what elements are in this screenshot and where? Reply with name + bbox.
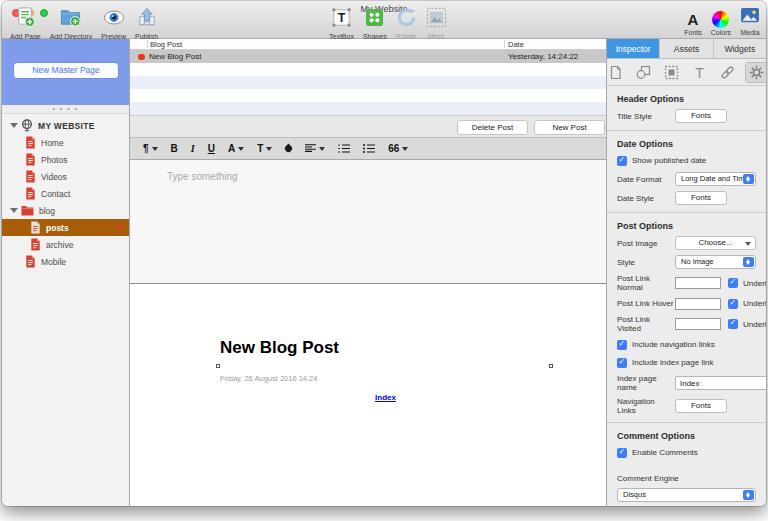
page-icon — [25, 255, 36, 268]
preview-eye-icon — [103, 7, 125, 32]
preview-index-link-wrap: Index — [218, 386, 553, 404]
disclosure-triangle-icon[interactable] — [10, 123, 18, 128]
underline-normal-checkbox[interactable] — [728, 278, 738, 288]
tab-inspector[interactable]: Inspector — [607, 39, 660, 58]
link-inspector-button[interactable] — [717, 63, 738, 82]
show-published-date-checkbox[interactable] — [617, 156, 627, 166]
page-inspector-button[interactable] — [606, 63, 626, 82]
post-link-hover-color-well[interactable] — [675, 298, 721, 310]
section-divider — [607, 212, 766, 213]
post-image-choose-button[interactable]: Choose... — [675, 236, 756, 250]
add-page-icon — [15, 7, 36, 32]
fill-inspector-button[interactable] — [661, 63, 682, 82]
paragraph-style-menu[interactable]: ¶ — [143, 143, 158, 154]
sidebar: New Master Page • • • • MY WEBSITE Home … — [2, 39, 130, 506]
preview-button[interactable]: Preview — [101, 7, 126, 40]
sidebar-item-videos[interactable]: Videos — [2, 168, 129, 185]
preview-post-title[interactable]: New Blog Post — [220, 338, 339, 358]
underline-button[interactable]: U — [208, 143, 215, 154]
font-menu[interactable]: A — [228, 143, 244, 154]
delete-post-button[interactable]: Delete Post — [457, 120, 528, 135]
title-style-fonts-button[interactable]: Fonts — [675, 109, 727, 123]
date-format-select[interactable]: Long Date and Time — [675, 172, 756, 186]
droplet-icon — [284, 144, 294, 154]
sidebar-item-home[interactable]: Home — [2, 134, 129, 151]
underline-visited-checkbox[interactable] — [728, 319, 738, 329]
numbered-list-button[interactable] — [338, 144, 350, 153]
column-divider[interactable] — [147, 40, 148, 48]
text-color-button[interactable] — [285, 145, 292, 152]
colors-button[interactable]: Colors — [711, 11, 731, 36]
section-divider — [607, 422, 766, 423]
disclosure-triangle-icon[interactable] — [10, 208, 18, 213]
publish-icon — [137, 7, 157, 32]
toolbar-left-group: Add Page Add Directory Preview Publish — [10, 7, 158, 40]
media-button[interactable]: Media — [740, 7, 760, 36]
inspector-panel: Inspector Assets Widgets T Header Option… — [606, 39, 766, 506]
editor-placeholder: Type something — [167, 171, 610, 182]
comment-options-title: Comment Options — [617, 431, 756, 441]
enable-comments-checkbox[interactable] — [617, 448, 627, 458]
shapes-button[interactable]: Shapes — [363, 7, 387, 40]
sidebar-item-mobile[interactable]: Mobile — [2, 253, 129, 270]
toolbar-right-group: A Fonts Colors Media — [684, 7, 760, 36]
fonts-label: Fonts — [684, 29, 702, 36]
include-index-page-link-checkbox[interactable] — [617, 358, 627, 368]
column-date[interactable]: Date — [508, 40, 524, 49]
column-divider[interactable] — [504, 40, 505, 48]
text-size-menu[interactable]: T — [257, 143, 272, 154]
link-icon — [720, 65, 735, 80]
post-preview-canvas[interactable]: New Blog Post Friday, 26 August 2016 14:… — [130, 284, 610, 506]
app-window: My Website Add Page Add Directory Previe… — [2, 1, 766, 506]
include-navigation-links-checkbox[interactable] — [617, 340, 627, 350]
textbox-button[interactable]: T TextBox — [329, 7, 354, 40]
sidebar-item-my-website[interactable]: MY WEBSITE — [2, 117, 129, 134]
colors-label: Colors — [711, 29, 731, 36]
format-toolbar: ¶ B I U A T 66 — [130, 137, 610, 160]
bold-button[interactable]: B — [171, 143, 178, 154]
tab-assets[interactable]: Assets — [660, 39, 713, 58]
page-icon — [30, 221, 41, 234]
date-style-fonts-button[interactable]: Fonts — [675, 191, 727, 205]
post-text-editor[interactable]: Type something — [130, 160, 610, 284]
tab-widgets[interactable]: Widgets — [714, 39, 766, 58]
date-options-title: Date Options — [617, 139, 756, 149]
italic-button[interactable]: I — [191, 143, 195, 154]
settings-inspector-button[interactable] — [745, 62, 766, 83]
sidebar-item-archive[interactable]: archive — [2, 236, 129, 253]
add-directory-button[interactable]: Add Directory — [50, 7, 92, 40]
fonts-icon: A — [688, 11, 699, 28]
text-inspector-button[interactable]: T — [689, 63, 710, 82]
preview-post-date: Friday, 26 August 2016 14:24 — [220, 374, 317, 383]
post-link-normal-color-well[interactable] — [675, 277, 721, 289]
add-page-button[interactable]: Add Page — [10, 7, 41, 40]
toolbar-center-group: T TextBox Shapes Rotate Mask — [329, 7, 447, 40]
preview-index-link[interactable]: Index — [375, 393, 396, 402]
bullet-list-icon — [363, 144, 375, 153]
sidebar-item-photos[interactable]: Photos — [2, 151, 129, 168]
quote-menu[interactable]: 66 — [388, 143, 408, 154]
shape-inspector-button[interactable] — [633, 63, 654, 82]
bullet-list-button[interactable] — [363, 144, 375, 153]
index-page-name-input[interactable] — [675, 376, 766, 390]
sidebar-item-posts[interactable]: posts — [2, 219, 129, 236]
sidebar-item-blog[interactable]: blog — [2, 202, 129, 219]
publish-button[interactable]: Publish — [135, 7, 158, 40]
sidebar-splitter[interactable]: • • • • — [2, 105, 129, 114]
sidebar-item-contact[interactable]: Contact — [2, 185, 129, 202]
fonts-button[interactable]: A Fonts — [684, 11, 702, 36]
post-list-row[interactable]: New Blog Post Yesterday, 14:24:22 — [130, 50, 610, 63]
selection-handle[interactable] — [549, 364, 553, 368]
site-tree: MY WEBSITE Home Photos Videos Contact — [2, 114, 129, 270]
post-link-visited-color-well[interactable] — [675, 318, 721, 330]
navigation-links-fonts-button[interactable]: Fonts — [675, 399, 727, 413]
comment-engine-select[interactable]: Disqus — [617, 488, 756, 502]
new-master-page-button[interactable]: New Master Page — [13, 62, 119, 79]
style-select[interactable]: No Image — [675, 255, 756, 269]
underline-hover-checkbox[interactable] — [728, 299, 738, 309]
new-post-button[interactable]: New Post — [534, 120, 605, 135]
selection-handle[interactable] — [216, 364, 220, 368]
alignment-menu[interactable] — [305, 144, 325, 153]
column-blog-post[interactable]: Blog Post — [150, 40, 182, 49]
rotate-button: Rotate — [396, 7, 417, 40]
